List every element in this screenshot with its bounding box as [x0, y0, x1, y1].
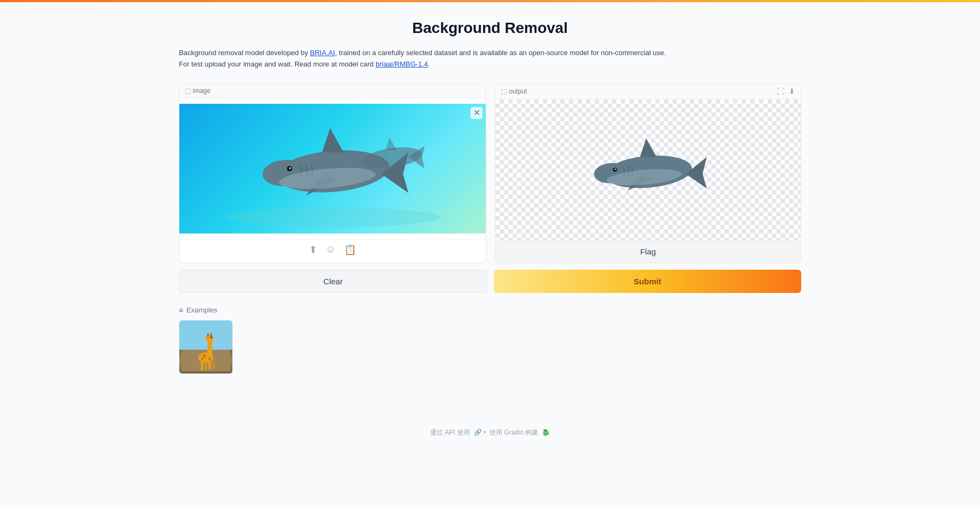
svg-point-19 [211, 336, 212, 338]
examples-section: ≡ Examples [179, 306, 801, 374]
close-input-button[interactable]: ✕ [471, 107, 482, 119]
clear-button[interactable]: Clear [179, 270, 487, 293]
svg-point-10 [614, 169, 615, 170]
shark-input-svg [214, 109, 452, 228]
upload-icon[interactable]: ⬆ [309, 244, 317, 256]
clipboard-icon[interactable]: 📋 [344, 244, 356, 256]
image-toolbar: ⬆ ☺ 📋 [179, 239, 486, 260]
examples-label: ≡ Examples [179, 306, 801, 315]
svg-point-4 [289, 167, 291, 169]
main-container: Background Removal Background removal mo… [166, 2, 814, 406]
svg-rect-20 [201, 362, 203, 370]
input-panel-header: ⬚ image [179, 84, 486, 98]
right-panel-wrapper: ⬚ output ⛶ ⬇ [495, 83, 801, 263]
svg-point-0 [225, 208, 441, 227]
footer-gradio-text: 使用 Gradio 构建 [489, 429, 539, 436]
example-thumb-0[interactable] [179, 320, 233, 374]
description: Background removal model developed by BR… [179, 48, 801, 70]
svg-rect-18 [211, 333, 212, 336]
output-panel-label: output [509, 88, 527, 95]
examples-text: Examples [186, 306, 217, 314]
image-panel-icon: ⬚ [185, 87, 191, 95]
giraffe-image [179, 321, 232, 373]
output-image-area [495, 99, 801, 240]
page-title: Background Removal [179, 19, 801, 37]
svg-rect-21 [205, 362, 207, 370]
bria-link[interactable]: BRIA.AI [310, 49, 335, 57]
svg-point-24 [203, 354, 206, 358]
output-panel-icon: ⬚ [501, 88, 507, 95]
input-panel-label: image [193, 87, 211, 95]
input-shark-image: ✕ [179, 104, 486, 234]
flag-button[interactable]: Flag [495, 241, 801, 263]
svg-point-26 [201, 357, 203, 361]
svg-rect-17 [207, 333, 209, 337]
webcam-icon[interactable]: ☺ [326, 244, 335, 256]
examples-grid [179, 320, 801, 374]
panels-row: ⬚ image [179, 83, 801, 263]
giraffe-svg [182, 323, 230, 371]
input-panel: ⬚ image [179, 83, 486, 263]
download-icon[interactable]: ⬇ [789, 87, 795, 96]
submit-button[interactable]: Submit [494, 270, 801, 293]
output-header-icons: ⛶ ⬇ [777, 87, 795, 96]
output-panel: ⬚ output ⛶ ⬇ [495, 83, 801, 241]
desc-line2: For test upload your image and wait. Rea… [179, 60, 430, 68]
examples-menu-icon: ≡ [179, 306, 183, 315]
model-card-link[interactable]: briaai/RMBG-1.4 [375, 60, 428, 68]
svg-rect-12 [182, 323, 230, 350]
input-image-area: ✕ [179, 98, 486, 239]
svg-point-25 [208, 357, 211, 361]
svg-rect-23 [212, 362, 214, 369]
buttons-row: Clear Submit [179, 270, 801, 293]
output-panel-header: ⬚ output ⛶ ⬇ [495, 84, 801, 99]
output-shark-svg [556, 113, 740, 226]
footer: 通过 API 使用 🔗 • 使用 Gradio 构建 🐉 [0, 428, 980, 437]
svg-rect-15 [207, 339, 212, 358]
svg-rect-22 [209, 362, 211, 369]
footer-api-text: 通过 API 使用 [430, 429, 470, 436]
desc-line1: Background removal model developed by BR… [179, 49, 666, 57]
fullscreen-icon[interactable]: ⛶ [777, 87, 784, 96]
svg-point-16 [205, 335, 214, 341]
